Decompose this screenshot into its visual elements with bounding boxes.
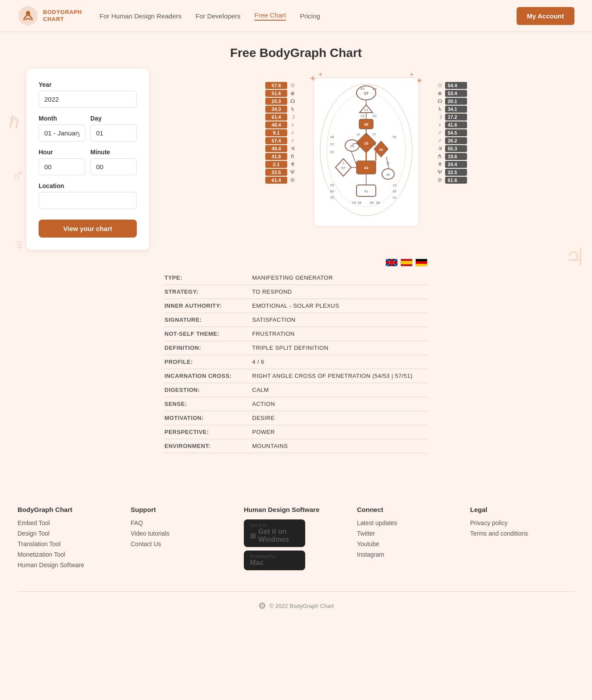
info-value: ACTION	[252, 401, 275, 407]
footer-link-instagram[interactable]: Instagram	[357, 551, 461, 558]
month-input[interactable]	[39, 124, 85, 142]
logo[interactable]: BODYGRAPH CHART	[18, 5, 82, 26]
info-row: TYPE: MANIFESTING GENERATOR	[164, 271, 428, 285]
svg-text:26: 26	[350, 144, 354, 148]
windows-app-badge[interactable]: Get it on ⊞ Get it on Windows	[244, 519, 305, 547]
flag-uk[interactable]	[385, 259, 398, 266]
right-planet-symbol: ☊	[436, 98, 443, 105]
footer-logo-icon: ⚙	[258, 601, 266, 611]
minute-group: Minute	[90, 149, 137, 175]
right-planet-row: ♃ 55.3	[436, 145, 467, 152]
left-planet-bar: 57.6	[265, 82, 287, 89]
right-planet-bar: 26.2	[445, 137, 467, 144]
deco-mars: ♂	[11, 165, 25, 186]
right-planet-symbol: Ψ	[436, 169, 443, 176]
left-planet-symbol: ♄	[289, 106, 296, 113]
footer-link-translation-tool[interactable]: Translation Tool	[18, 540, 122, 547]
footer-link-twitter[interactable]: Twitter	[357, 530, 461, 537]
left-planet-bar: 48.4	[265, 121, 287, 128]
location-group: Location	[39, 182, 137, 209]
info-value: RIGHT ANGLE CROSS OF PENETRATION (54/53 …	[252, 373, 413, 379]
day-input[interactable]	[90, 124, 137, 142]
svg-text:62: 62	[373, 114, 377, 118]
hour-input[interactable]	[39, 158, 85, 175]
info-label: DEFINITION:	[164, 345, 252, 351]
info-label: STRATEGY:	[164, 288, 252, 295]
info-value: EMOTIONAL - SOLAR PLEXUS	[252, 302, 339, 309]
footer-link-privacy[interactable]: Privacy policy	[470, 519, 574, 526]
bodygraph-drawing: 17 11 45 15 26	[305, 73, 428, 231]
month-day-row: Month Day	[39, 115, 137, 149]
info-section: TYPE: MANIFESTING GENERATOR STRATEGY: TO…	[0, 250, 592, 453]
location-input[interactable]	[39, 192, 137, 209]
svg-text:3: 3	[342, 162, 344, 165]
footer-link-terms[interactable]: Terms and conditions	[470, 530, 574, 537]
right-planet-bar: 54.5	[445, 129, 467, 136]
info-label: PERSPECTIVE:	[164, 429, 252, 435]
mac-app-badge[interactable]: Download for Mac	[244, 551, 305, 570]
footer-link-hd-software[interactable]: Human Design Software	[18, 561, 122, 569]
nav-free-chart[interactable]: Free Chart	[254, 11, 286, 21]
right-planet-symbol: ℏ	[436, 153, 443, 160]
left-planet-row: 57.6 ☉	[265, 82, 296, 89]
lang-flags	[164, 259, 428, 266]
deco-saturn: ℏ	[9, 113, 19, 132]
svg-text:64: 64	[373, 87, 377, 91]
left-planet-row: 2.1 ♆	[265, 161, 296, 168]
right-planet-row: ♂ 54.5	[436, 129, 467, 136]
left-planet-symbol: ♂	[289, 137, 296, 144]
view-chart-button[interactable]: View your chart	[39, 220, 137, 238]
svg-text:57: 57	[330, 142, 334, 146]
footer-link-embed-tool[interactable]: Embed Tool	[18, 519, 122, 526]
year-input[interactable]	[39, 91, 137, 108]
left-planet-row: 48.4 ♀	[265, 121, 296, 128]
left-planet-bar: 22.5	[265, 169, 287, 176]
chart-info-container: TYPE: MANIFESTING GENERATOR STRATEGY: TO…	[164, 271, 428, 453]
svg-text:57: 57	[342, 166, 346, 170]
footer-col5-title: Legal	[470, 506, 574, 513]
left-planet-bar: 61.4	[265, 114, 287, 121]
right-planet-symbol: ☉	[436, 82, 443, 89]
nav-readers[interactable]: For Human Design Readers	[100, 12, 182, 20]
footer-link-latest-updates[interactable]: Latest updates	[357, 519, 461, 526]
left-planet-bar: 9.1	[265, 129, 287, 136]
nav-developers[interactable]: For Developers	[196, 12, 241, 20]
footer-link-monetization-tool[interactable]: Monetization Tool	[18, 551, 122, 558]
right-planet-row: ℏ 19.6	[436, 153, 467, 160]
right-planet-row: ☽ 17.2	[436, 114, 467, 121]
footer-link-contact[interactable]: Contact Us	[131, 540, 235, 547]
left-planet-bar: 57.4	[265, 137, 287, 144]
info-value: TRIPLE SPLIT DEFINITION	[252, 345, 328, 351]
info-row: INCARNATION CROSS: RIGHT ANGLE CROSS OF …	[164, 369, 428, 383]
left-planet-row: 41.6 ℏ	[265, 153, 296, 160]
deco-right-2: ♃	[565, 244, 585, 270]
footer-col3-title: Human Design Software	[244, 506, 348, 513]
svg-text:52: 52	[330, 195, 334, 199]
footer-copyright: © 2022 BodyGraph Chart	[270, 603, 334, 609]
minute-input[interactable]	[90, 158, 137, 175]
nav-pricing[interactable]: Pricing	[300, 12, 320, 20]
flag-germany[interactable]	[415, 259, 428, 266]
footer-link-video-tutorials[interactable]: Video tutorials	[131, 530, 235, 537]
left-planet-bar: 20.3	[265, 98, 287, 105]
info-label: SIGNATURE:	[164, 316, 252, 323]
footer-link-youtube[interactable]: Youtube	[357, 540, 461, 547]
svg-text:36: 36	[379, 148, 383, 152]
info-value: DESIRE	[252, 415, 275, 421]
left-planet-row: 49.4 ♃	[265, 145, 296, 152]
info-value: CALM	[252, 387, 269, 393]
info-label: ENVIRONMENT:	[164, 443, 252, 449]
right-planet-symbol: ♂	[436, 129, 443, 136]
my-account-button[interactable]: My Account	[517, 7, 574, 25]
right-planet-bar: 55.3	[445, 145, 467, 152]
footer-link-design-tool[interactable]: Design Tool	[18, 530, 122, 537]
flag-spain[interactable]	[400, 259, 413, 266]
svg-text:19: 19	[392, 183, 396, 187]
left-planet-row: 57.4 ♂	[265, 137, 296, 144]
footer-link-faq[interactable]: FAQ	[131, 519, 235, 526]
left-planet-row: 22.5 Ψ	[265, 169, 296, 176]
deco-venus: ♀	[13, 235, 26, 254]
svg-text:17: 17	[364, 91, 368, 96]
right-planet-row: ♀ 41.6	[436, 121, 467, 128]
page-title: Free BodyGraph Chart	[0, 32, 592, 69]
